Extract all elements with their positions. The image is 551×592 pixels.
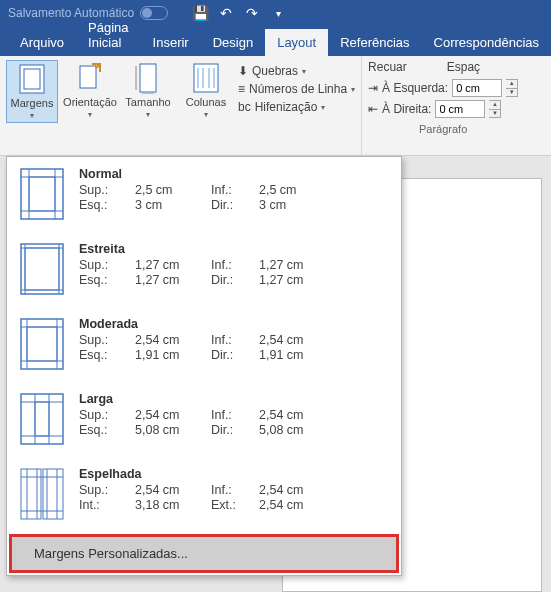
qat-more-icon[interactable]: ▾	[268, 8, 288, 19]
group-page-setup: Margens▾ Orientação▾ Tamanho▾ Colunas▾ ⬇…	[0, 56, 362, 155]
margin-spec-value: 2,5 cm	[259, 183, 389, 197]
indent-right-spinner[interactable]: ▲▼	[489, 100, 501, 118]
margin-spec-value: Inf.:	[211, 483, 259, 497]
indent-left-spinner[interactable]: ▲▼	[506, 79, 518, 97]
size-icon	[132, 62, 164, 94]
paragraph-group-label: Parágrafo	[368, 121, 518, 135]
spinner-up-icon[interactable]: ▲	[506, 80, 517, 89]
margin-spec-value: 1,27 cm	[259, 273, 389, 287]
margin-spec-value: Esq.:	[79, 423, 135, 437]
margin-spec-value: Esq.:	[79, 198, 135, 212]
margin-option-mirror[interactable]: EspelhadaSup.:2,54 cmInf.:2,54 cmInt.:3,…	[7, 457, 401, 532]
tab-design[interactable]: Design	[201, 29, 265, 56]
indent-left-label: À Esquerda:	[382, 81, 448, 95]
margin-preview-icon	[19, 317, 65, 371]
margin-spec-value: 2,54 cm	[259, 333, 389, 347]
margin-spec-value: Dir.:	[211, 423, 259, 437]
line-numbers-icon: ≡	[238, 82, 245, 96]
indent-left-icon: ⇥	[368, 81, 378, 95]
margin-spec-value: 1,27 cm	[135, 258, 211, 272]
columns-icon	[190, 62, 222, 94]
margins-button[interactable]: Margens▾	[6, 60, 58, 123]
margin-spec-value: Inf.:	[211, 183, 259, 197]
margin-spec-value: 3 cm	[259, 198, 389, 212]
margin-spec-value: Inf.:	[211, 258, 259, 272]
size-button[interactable]: Tamanho▾	[122, 60, 174, 121]
margin-spec-value: Sup.:	[79, 333, 135, 347]
margin-spec-value: 2,54 cm	[259, 483, 389, 497]
margin-spec-value: 5,08 cm	[259, 423, 389, 437]
tab-inserir[interactable]: Inserir	[141, 29, 201, 56]
line-numbers-button[interactable]: ≡Números de Linha ▾	[238, 82, 355, 96]
autosave-toggle[interactable]	[140, 6, 168, 20]
save-icon[interactable]: 💾	[190, 5, 210, 21]
ribbon: Margens▾ Orientação▾ Tamanho▾ Colunas▾ ⬇…	[0, 56, 551, 156]
custom-margins-button[interactable]: Margens Personalizadas...	[9, 534, 399, 573]
margin-spec-value: Dir.:	[211, 273, 259, 287]
margin-preview-icon	[19, 167, 65, 221]
margin-spec-value: 1,27 cm	[259, 258, 389, 272]
margin-spec-value: Sup.:	[79, 408, 135, 422]
chevron-down-icon: ▾	[351, 85, 355, 94]
margin-spec-value: 2,54 cm	[259, 408, 389, 422]
svg-rect-17	[21, 244, 63, 294]
chevron-down-icon: ▾	[30, 111, 34, 120]
margin-spec-value: 2,54 cm	[135, 333, 211, 347]
margin-preview-icon	[19, 242, 65, 296]
hyphenation-button[interactable]: bcHifenização ▾	[238, 100, 355, 114]
margin-spec-value: Inf.:	[211, 333, 259, 347]
margin-spec-value: 3,18 cm	[135, 498, 211, 512]
chevron-down-icon: ▾	[302, 67, 306, 76]
margin-spec-value: Sup.:	[79, 183, 135, 197]
spinner-down-icon[interactable]: ▼	[506, 89, 517, 97]
chevron-down-icon: ▾	[204, 110, 208, 119]
margin-option-name: Larga	[79, 392, 389, 406]
svg-rect-3	[140, 64, 156, 92]
margin-spec-value: Dir.:	[211, 198, 259, 212]
margin-spec-value: 5,08 cm	[135, 423, 211, 437]
margin-spec-value: 2,54 cm	[135, 483, 211, 497]
indent-right-label: À Direita:	[382, 102, 431, 116]
indent-header: Recuar	[368, 60, 407, 74]
orientation-button[interactable]: Orientação▾	[64, 60, 116, 121]
margin-spec-value: Esq.:	[79, 348, 135, 362]
margin-spec-value: 1,91 cm	[259, 348, 389, 362]
margin-spec-value: 1,91 cm	[135, 348, 211, 362]
margin-option-normal[interactable]: NormalSup.:2,5 cmInf.:2,5 cmEsq.:3 cmDir…	[7, 157, 401, 232]
margin-spec-value: Sup.:	[79, 258, 135, 272]
tab-referencias[interactable]: Referências	[328, 29, 421, 56]
columns-button[interactable]: Colunas▾	[180, 60, 232, 121]
redo-icon[interactable]: ↷	[242, 5, 262, 21]
breaks-button[interactable]: ⬇Quebras ▾	[238, 64, 355, 78]
spacing-header: Espaç	[447, 60, 480, 74]
margin-option-name: Normal	[79, 167, 389, 181]
margin-option-wide[interactable]: LargaSup.:2,54 cmInf.:2,54 cmEsq.:5,08 c…	[7, 382, 401, 457]
tab-pagina-inicial[interactable]: Página Inicial	[76, 14, 140, 56]
hyphenation-icon: bc	[238, 100, 251, 114]
indent-right-input[interactable]	[435, 100, 485, 118]
chevron-down-icon: ▾	[146, 110, 150, 119]
margin-spec-value: Int.:	[79, 498, 135, 512]
margin-preview-icon	[19, 467, 65, 521]
margin-spec-value: Sup.:	[79, 483, 135, 497]
tab-arquivo[interactable]: Arquivo	[8, 29, 76, 56]
margin-spec-value: 1,27 cm	[135, 273, 211, 287]
undo-icon[interactable]: ↶	[216, 5, 236, 21]
orientation-icon	[74, 62, 106, 94]
margin-spec-value: 3 cm	[135, 198, 211, 212]
margin-preview-icon	[19, 392, 65, 446]
spinner-up-icon[interactable]: ▲	[489, 101, 500, 110]
margin-option-moderate[interactable]: ModeradaSup.:2,54 cmInf.:2,54 cmEsq.:1,9…	[7, 307, 401, 382]
margin-option-narrow[interactable]: EstreitaSup.:1,27 cmInf.:1,27 cmEsq.:1,2…	[7, 232, 401, 307]
chevron-down-icon: ▾	[88, 110, 92, 119]
margin-option-name: Estreita	[79, 242, 389, 256]
group-paragraph: Recuar Espaç ⇥ À Esquerda: ▲▼ ⇤ À Direit…	[362, 56, 524, 155]
margin-spec-value: 2,54 cm	[259, 498, 389, 512]
spinner-down-icon[interactable]: ▼	[489, 110, 500, 118]
indent-left-input[interactable]	[452, 79, 502, 97]
tab-layout[interactable]: Layout	[265, 29, 328, 56]
indent-right-icon: ⇤	[368, 102, 378, 116]
margin-spec-value: 2,5 cm	[135, 183, 211, 197]
chevron-down-icon: ▾	[321, 103, 325, 112]
tab-correspondencias[interactable]: Correspondências	[422, 29, 551, 56]
